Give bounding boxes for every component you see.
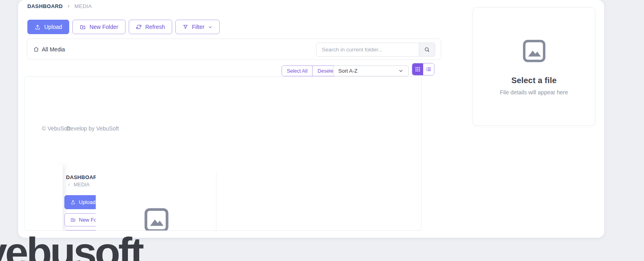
refresh-label: Refresh xyxy=(145,24,165,30)
media-manager-window: DASHBOARD MEDIA Upload New Folder Refres… xyxy=(18,0,604,238)
folder-plus-icon xyxy=(80,24,86,30)
breadcrumb-dashboard[interactable]: DASHBOARD xyxy=(27,3,63,9)
file-details-panel: Select a file File details will appear h… xyxy=(473,7,595,126)
details-subtitle: File details will appear here xyxy=(500,89,568,96)
vebusoft-logo: vebusoft xyxy=(0,231,142,261)
search-button[interactable] xyxy=(419,43,435,56)
refresh-icon xyxy=(136,24,142,30)
list-view-icon xyxy=(426,67,431,72)
preview-breadcrumb-media: MEDIA xyxy=(67,182,90,188)
preview-divider xyxy=(216,173,216,231)
media-content-area: © VebuSoft Develop by VebuSoft DASHBOARD… xyxy=(24,76,422,231)
breadcrumb: DASHBOARD MEDIA xyxy=(27,3,92,9)
filter-label: Filter xyxy=(192,24,204,30)
image-placeholder-icon xyxy=(142,206,171,231)
breadcrumb-media: MEDIA xyxy=(74,3,92,9)
preview-new-folder-label: New Folder xyxy=(79,217,96,223)
new-folder-button[interactable]: New Folder xyxy=(72,20,126,34)
chevron-down-icon xyxy=(208,25,212,29)
details-title: Select a file xyxy=(511,76,557,85)
current-folder[interactable]: All Media xyxy=(33,39,65,59)
refresh-button[interactable]: Refresh xyxy=(129,20,172,34)
preview-upload-button[interactable]: Upload xyxy=(64,195,96,209)
chevron-right-icon xyxy=(66,4,71,8)
grid-view-icon xyxy=(415,67,420,72)
toolbar: Upload New Folder Refresh Filter xyxy=(27,20,220,34)
preview-media-label: MEDIA xyxy=(74,182,90,188)
view-toggle xyxy=(412,63,434,75)
sort-select[interactable]: Sort A-Z xyxy=(333,65,409,76)
chevron-down-icon xyxy=(398,68,403,73)
search-group xyxy=(316,43,435,57)
preview-upload-label: Upload xyxy=(79,199,95,205)
home-icon xyxy=(33,47,39,52)
media-path-bar: All Media xyxy=(27,39,441,60)
filter-button[interactable]: Filter xyxy=(175,20,220,34)
preview-breadcrumb-dashboard: DASHBOARD xyxy=(66,174,96,180)
upload-icon xyxy=(35,24,41,30)
search-input[interactable] xyxy=(317,43,419,56)
new-folder-label: New Folder xyxy=(89,24,118,30)
list-view-button[interactable] xyxy=(423,63,434,75)
upload-icon xyxy=(70,200,76,205)
select-all-button[interactable]: Select All xyxy=(282,66,313,76)
chevron-right-icon xyxy=(67,183,71,187)
page-preview: DASHBOARD MEDIA Upload New Folder xyxy=(55,173,96,231)
filter-icon xyxy=(183,24,188,30)
sort-value: Sort A-Z xyxy=(338,68,358,74)
search-icon xyxy=(424,47,430,53)
image-placeholder-icon xyxy=(521,38,547,66)
upload-label: Upload xyxy=(44,24,62,30)
develop-credit-text: Develop by VebuSoft xyxy=(66,125,119,132)
grid-view-button[interactable] xyxy=(412,63,423,75)
upload-button[interactable]: Upload xyxy=(27,20,69,34)
preview-new-folder-button[interactable]: New Folder xyxy=(64,213,96,226)
folder-plus-icon xyxy=(70,217,76,222)
current-folder-label: All Media xyxy=(42,46,65,53)
